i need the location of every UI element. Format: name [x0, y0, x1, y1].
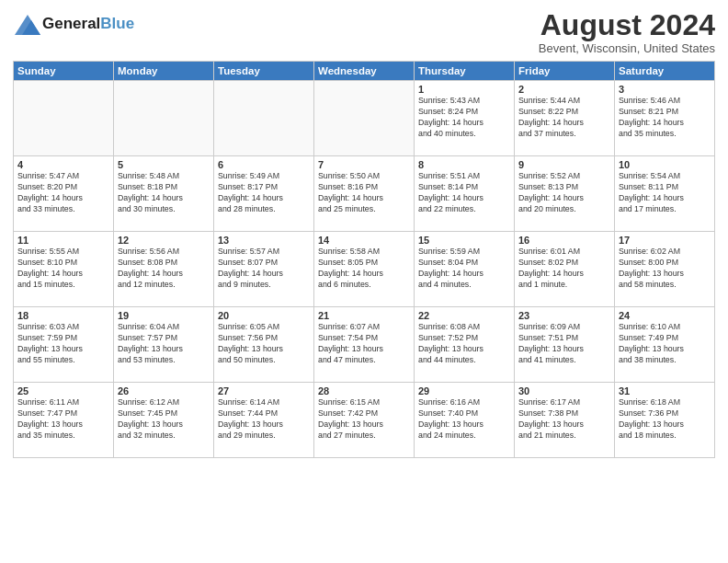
day-number: 5 [118, 159, 210, 170]
day-number: 4 [17, 159, 109, 170]
day-info: Sunrise: 5:54 AM Sunset: 8:11 PM Dayligh… [619, 171, 711, 215]
day-number: 21 [318, 310, 410, 321]
calendar-table: Sunday Monday Tuesday Wednesday Thursday… [13, 61, 715, 458]
day-cell-4-2: 19Sunrise: 6:04 AM Sunset: 7:57 PM Dayli… [114, 307, 214, 383]
col-thursday: Thursday [415, 62, 515, 81]
day-cell-3-7: 17Sunrise: 6:02 AM Sunset: 8:00 PM Dayli… [615, 232, 715, 307]
day-cell-4-1: 18Sunrise: 6:03 AM Sunset: 7:59 PM Dayli… [14, 307, 114, 383]
day-cell-1-2 [114, 81, 214, 156]
day-cell-4-7: 24Sunrise: 6:10 AM Sunset: 7:49 PM Dayli… [615, 307, 715, 383]
day-number: 2 [518, 84, 610, 95]
logo-text: GeneralBlue [42, 15, 134, 33]
day-number: 30 [518, 385, 610, 396]
col-tuesday: Tuesday [214, 62, 314, 81]
day-info: Sunrise: 6:01 AM Sunset: 8:02 PM Dayligh… [518, 247, 610, 291]
day-number: 24 [619, 310, 711, 321]
day-info: Sunrise: 5:57 AM Sunset: 8:07 PM Dayligh… [218, 247, 310, 291]
day-info: Sunrise: 5:58 AM Sunset: 8:05 PM Dayligh… [318, 247, 410, 291]
day-info: Sunrise: 5:50 AM Sunset: 8:16 PM Dayligh… [318, 171, 410, 215]
day-cell-2-7: 10Sunrise: 5:54 AM Sunset: 8:11 PM Dayli… [615, 156, 715, 232]
day-number: 23 [518, 310, 610, 321]
day-cell-5-2: 26Sunrise: 6:12 AM Sunset: 7:45 PM Dayli… [114, 383, 214, 458]
day-info: Sunrise: 5:47 AM Sunset: 8:20 PM Dayligh… [17, 171, 109, 215]
day-number: 14 [318, 235, 410, 246]
week-row-4: 18Sunrise: 6:03 AM Sunset: 7:59 PM Dayli… [14, 307, 715, 383]
day-number: 6 [218, 159, 310, 170]
day-cell-1-1 [14, 81, 114, 156]
day-number: 22 [418, 310, 510, 321]
day-info: Sunrise: 6:09 AM Sunset: 7:51 PM Dayligh… [518, 322, 610, 366]
day-info: Sunrise: 6:08 AM Sunset: 7:52 PM Dayligh… [418, 322, 510, 366]
col-wednesday: Wednesday [314, 62, 415, 81]
day-cell-4-5: 22Sunrise: 6:08 AM Sunset: 7:52 PM Dayli… [415, 307, 515, 383]
day-info: Sunrise: 6:11 AM Sunset: 7:47 PM Dayligh… [17, 397, 109, 442]
day-info: Sunrise: 5:43 AM Sunset: 8:24 PM Dayligh… [418, 96, 510, 140]
day-cell-2-1: 4Sunrise: 5:47 AM Sunset: 8:20 PM Daylig… [14, 156, 114, 232]
col-sunday: Sunday [14, 62, 114, 81]
day-cell-2-2: 5Sunrise: 5:48 AM Sunset: 8:18 PM Daylig… [114, 156, 214, 232]
day-number: 17 [619, 235, 711, 246]
week-row-3: 11Sunrise: 5:55 AM Sunset: 8:10 PM Dayli… [14, 232, 715, 307]
day-cell-3-1: 11Sunrise: 5:55 AM Sunset: 8:10 PM Dayli… [14, 232, 114, 307]
day-info: Sunrise: 5:46 AM Sunset: 8:21 PM Dayligh… [619, 96, 711, 140]
day-cell-5-4: 28Sunrise: 6:15 AM Sunset: 7:42 PM Dayli… [314, 383, 415, 458]
day-number: 31 [619, 385, 711, 396]
day-cell-4-6: 23Sunrise: 6:09 AM Sunset: 7:51 PM Dayli… [515, 307, 615, 383]
day-number: 29 [418, 385, 510, 396]
day-info: Sunrise: 5:49 AM Sunset: 8:17 PM Dayligh… [218, 171, 310, 215]
day-cell-3-6: 16Sunrise: 6:01 AM Sunset: 8:02 PM Dayli… [515, 232, 615, 307]
day-number: 1 [418, 84, 510, 95]
day-cell-3-4: 14Sunrise: 5:58 AM Sunset: 8:05 PM Dayli… [314, 232, 415, 307]
day-info: Sunrise: 5:52 AM Sunset: 8:13 PM Dayligh… [518, 171, 610, 215]
day-number: 16 [518, 235, 610, 246]
day-info: Sunrise: 6:02 AM Sunset: 8:00 PM Dayligh… [619, 247, 711, 291]
day-info: Sunrise: 6:04 AM Sunset: 7:57 PM Dayligh… [118, 322, 210, 366]
day-cell-5-7: 31Sunrise: 6:18 AM Sunset: 7:36 PM Dayli… [615, 383, 715, 458]
day-info: Sunrise: 5:44 AM Sunset: 8:22 PM Dayligh… [518, 96, 610, 140]
day-number: 19 [118, 310, 210, 321]
day-number: 18 [17, 310, 109, 321]
day-number: 20 [218, 310, 310, 321]
day-info: Sunrise: 6:03 AM Sunset: 7:59 PM Dayligh… [17, 322, 109, 366]
day-cell-3-3: 13Sunrise: 5:57 AM Sunset: 8:07 PM Dayli… [214, 232, 314, 307]
month-year: August 2024 [539, 9, 715, 41]
col-friday: Friday [515, 62, 615, 81]
day-cell-1-5: 1Sunrise: 5:43 AM Sunset: 8:24 PM Daylig… [415, 81, 515, 156]
day-number: 26 [118, 385, 210, 396]
day-cell-4-4: 21Sunrise: 6:07 AM Sunset: 7:54 PM Dayli… [314, 307, 415, 383]
day-cell-5-6: 30Sunrise: 6:17 AM Sunset: 7:38 PM Dayli… [515, 383, 615, 458]
header: GeneralBlue August 2024 Bevent, Wisconsi… [13, 9, 715, 55]
col-saturday: Saturday [615, 62, 715, 81]
day-number: 3 [619, 84, 711, 95]
day-cell-5-1: 25Sunrise: 6:11 AM Sunset: 7:47 PM Dayli… [14, 383, 114, 458]
day-number: 28 [318, 385, 410, 396]
day-cell-5-5: 29Sunrise: 6:16 AM Sunset: 7:40 PM Dayli… [415, 383, 515, 458]
day-cell-1-4 [314, 81, 415, 156]
day-number: 8 [418, 159, 510, 170]
day-info: Sunrise: 6:16 AM Sunset: 7:40 PM Dayligh… [418, 397, 510, 442]
day-number: 7 [318, 159, 410, 170]
day-cell-5-3: 27Sunrise: 6:14 AM Sunset: 7:44 PM Dayli… [214, 383, 314, 458]
day-cell-2-5: 8Sunrise: 5:51 AM Sunset: 8:14 PM Daylig… [415, 156, 515, 232]
day-number: 9 [518, 159, 610, 170]
day-cell-4-3: 20Sunrise: 6:05 AM Sunset: 7:56 PM Dayli… [214, 307, 314, 383]
day-number: 10 [619, 159, 711, 170]
week-row-5: 25Sunrise: 6:11 AM Sunset: 7:47 PM Dayli… [14, 383, 715, 458]
day-info: Sunrise: 5:56 AM Sunset: 8:08 PM Dayligh… [118, 247, 210, 291]
day-cell-2-3: 6Sunrise: 5:49 AM Sunset: 8:17 PM Daylig… [214, 156, 314, 232]
day-info: Sunrise: 6:15 AM Sunset: 7:42 PM Dayligh… [318, 397, 410, 442]
logo-icon [13, 9, 42, 39]
day-cell-1-6: 2Sunrise: 5:44 AM Sunset: 8:22 PM Daylig… [515, 81, 615, 156]
col-monday: Monday [114, 62, 214, 81]
day-info: Sunrise: 6:10 AM Sunset: 7:49 PM Dayligh… [619, 322, 711, 366]
day-cell-1-3 [214, 81, 314, 156]
day-number: 15 [418, 235, 510, 246]
logo: GeneralBlue [13, 9, 134, 39]
location: Bevent, Wisconsin, United States [539, 41, 715, 55]
day-info: Sunrise: 6:07 AM Sunset: 7:54 PM Dayligh… [318, 322, 410, 366]
title-block: August 2024 Bevent, Wisconsin, United St… [539, 9, 715, 55]
day-cell-3-2: 12Sunrise: 5:56 AM Sunset: 8:08 PM Dayli… [114, 232, 214, 307]
day-info: Sunrise: 6:17 AM Sunset: 7:38 PM Dayligh… [518, 397, 610, 442]
day-info: Sunrise: 5:59 AM Sunset: 8:04 PM Dayligh… [418, 247, 510, 291]
day-number: 25 [17, 385, 109, 396]
